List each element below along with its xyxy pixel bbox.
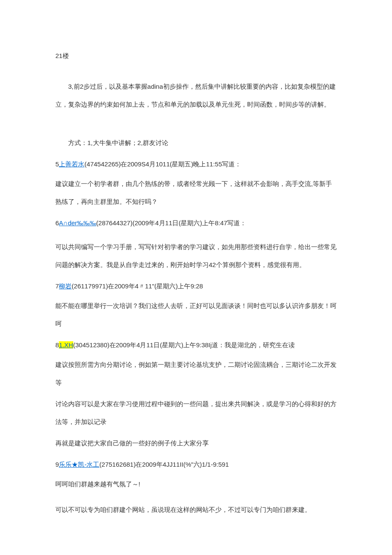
entry5-meta-text: (474542265)在2009S4月1011(星期五)晚上11:55写道： (84, 160, 241, 168)
entry7-name-link[interactable]: 柳岩 (59, 282, 72, 290)
entry5-body: 建议建立一个初学者群，由几个熟练的带，或者经常光顾一下，这样就不会影响，高手交流… (55, 175, 337, 211)
entry6-meta-text: (287644327)(2009年4月11日(星期六)上午8:47写道： (96, 219, 247, 227)
entry6-meta: 6A∩der‰‰‰(287644327)(2009年4月11日(星期六)上午8:… (55, 214, 337, 232)
entry3-body: 3,前2步过后，以及基本掌握adina初步操作，然后集中讲解比较重要的内容，比如… (55, 78, 337, 113)
entry8-meta-text: (304512380)在2009年4月11日(星期六)上午9:38Ij道：我是湖… (73, 341, 295, 349)
entry8-body2: 讨论内容可以是大家在学习使用过程中碰到的一些问题，提出来共同解决，或是学习的心得… (55, 395, 337, 431)
entry8-body1: 建议按照所需方向分期讨论，例如第一期主要讨论基坑支护，二期讨论固流耦合，三期讨论… (55, 356, 337, 392)
entry5-name-link[interactable]: 上善若水 (59, 160, 84, 168)
entry7-meta: 7柳岩(261179971)在2009年4〃11"(星期六)上午9:28 (55, 277, 337, 295)
entry9-meta: 9乐乐★凯-水工(275162681)在2009年4JJ11II(%"六)1/1… (55, 456, 337, 474)
entry3-method: 方式：1,大牛集中讲解；2,群友讨论 (55, 134, 337, 152)
entry7-body: 能不能在哪里举行一次培训？我们这些人去听，正好可以见面谈谈！同时也可以多认识许多… (55, 297, 337, 333)
entry9-meta-text: (275162681)在2009年4JJ11II(%"六)1/1-9:591 (99, 461, 229, 468)
entry8-meta: 81.XH(304512380)在2009年4月11日(星期六)上午9:38Ij… (55, 336, 337, 354)
floor-label: 21楼 (55, 47, 337, 65)
entry6-name-link[interactable]: A∩der‰‰‰ (59, 219, 96, 227)
entry9-body1: 呵呵咱们群越来越有气氛了～! (55, 475, 337, 493)
entry8-name-link[interactable]: 1.XH (59, 341, 73, 349)
entry8-body3: 再就是建议把大家自己做的一些好的例子传上大家分享 (55, 434, 337, 452)
entry6-body: 可以共同编写一个学习手册，写写针对初学者的学习建议，如先用那些资料进行自学，给出… (55, 238, 337, 274)
entry9-name-link[interactable]: 乐乐★凯-水工 (59, 461, 99, 468)
entry5-meta: 5上善若水(474542265)在2009S4月1011(星期五)晚上11:55… (55, 155, 337, 173)
entry9-body2: 可以不可以专为咱们群建个网站，虽说现在这样的网站不少，不过可以专门为咱们群来建。 (55, 501, 337, 519)
entry7-meta-text: (261179971)在2009年4〃11"(星期六)上午9:28 (72, 282, 203, 290)
